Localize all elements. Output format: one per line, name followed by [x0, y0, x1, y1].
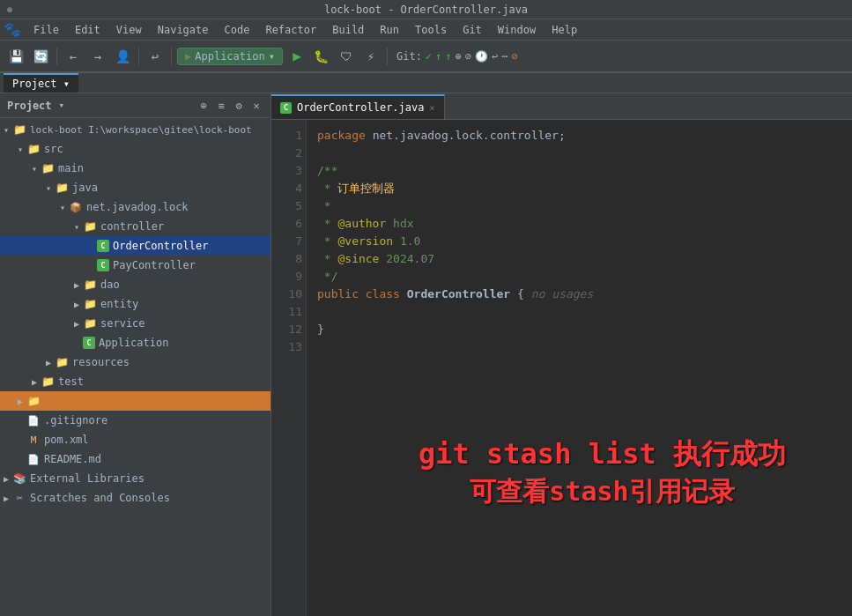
editor-tab-0[interactable]: COrderController.java× — [271, 94, 445, 119]
toolbar: 💾 🔄 ← → 👤 ↩ ▶ Application ▾ ▶ 🐛 🛡 ⚡ Git:… — [0, 41, 852, 72]
menu-item-code[interactable]: Code — [218, 22, 257, 38]
tree-item-5[interactable]: ▾📁controller — [0, 217, 270, 236]
tree-item-0[interactable]: ▾📁lock-boot I:\workspace\gitee\lock-boot — [0, 120, 270, 139]
user-btn[interactable]: 👤 — [112, 46, 133, 67]
tab-icon-0: C — [280, 102, 292, 114]
project-settings-icon[interactable]: ⚙ — [232, 99, 246, 113]
tree-item-13[interactable]: ▶📁test — [0, 372, 270, 391]
tree-item-7[interactable]: CPayController — [0, 256, 270, 275]
git-undo: ↩ — [492, 50, 498, 63]
git-check-icon: ✓ — [426, 50, 432, 63]
tree-label-9: entity — [100, 298, 138, 310]
project-scope-icon[interactable]: ⊕ — [196, 99, 211, 113]
tree-arrow-14: ▶ — [14, 397, 26, 406]
sep3 — [171, 48, 172, 65]
coverage-btn[interactable]: 🛡 — [336, 46, 357, 67]
menu-item-git[interactable]: Git — [456, 22, 489, 38]
git-label: Git: — [396, 50, 422, 63]
tab-close-0[interactable]: × — [430, 103, 435, 113]
menu-item-window[interactable]: Window — [491, 22, 543, 38]
tree-arrow-10: ▶ — [70, 319, 83, 329]
tree-arrow-2: ▾ — [28, 164, 41, 174]
tree-item-8[interactable]: ▶📁dao — [0, 275, 270, 294]
line-num-4: 4 — [275, 180, 302, 197]
git-push-icon: ↑ — [435, 50, 441, 63]
menu-item-refactor[interactable]: Refactor — [258, 22, 323, 38]
fwd-btn[interactable]: → — [87, 46, 108, 67]
project-header-icons: ⊕ ≡ ⚙ ✕ — [196, 99, 263, 113]
tree-label-15: .gitignore — [44, 414, 107, 427]
undo-btn[interactable]: ↩ — [144, 46, 166, 67]
run-button[interactable]: ▶ — [286, 46, 307, 67]
tree-label-6: OrderController — [113, 240, 208, 252]
sep2 — [138, 48, 139, 65]
code-line-2 — [317, 145, 841, 162]
code-line-13 — [317, 338, 841, 356]
menu-item-tools[interactable]: Tools — [408, 22, 454, 38]
tree-item-2[interactable]: ▾📁main — [0, 159, 270, 178]
editor-tabs: COrderController.java× — [271, 93, 852, 120]
run-config-dropdown[interactable]: ▶ Application ▾ — [177, 48, 283, 65]
debug-btn[interactable]: 🐛 — [311, 46, 332, 67]
save-btn[interactable]: 💾 — [5, 46, 26, 67]
tree-item-11[interactable]: CApplication — [0, 333, 270, 353]
project-collapse-icon[interactable]: ≡ — [214, 99, 228, 113]
menu-item-edit[interactable]: Edit — [68, 22, 107, 38]
tree-item-18[interactable]: ▶📚External Libraries — [0, 469, 270, 488]
tree-item-9[interactable]: ▶📁entity — [0, 294, 270, 314]
tree-item-16[interactable]: Mpom.xml — [0, 430, 270, 449]
tab-project[interactable]: Project ▾ — [4, 73, 78, 93]
project-dropdown-arrow[interactable]: ▾ — [59, 100, 65, 111]
line-num-5: 5 — [275, 197, 302, 215]
code-line-3: /** — [317, 162, 841, 180]
tree-icon-18: 📚 — [12, 471, 26, 486]
code-line-9: */ — [317, 268, 841, 286]
tree-label-19: Scratches and Consoles — [30, 492, 170, 504]
menu-item-navigate[interactable]: Navigate — [151, 22, 216, 38]
run-config-label: Application — [195, 50, 264, 63]
tree-item-15[interactable]: 📄.gitignore — [0, 411, 270, 430]
sync-btn[interactable]: 🔄 — [30, 46, 51, 67]
tree-icon-15: 📄 — [26, 413, 41, 427]
run-config-arrow: ▾ — [269, 50, 275, 63]
project-panel-header: Project ▾ ⊕ ≡ ⚙ ✕ — [0, 93, 270, 118]
menu-bar: 🐾 FileEditViewNavigateCodeRefactorBuildR… — [0, 19, 852, 41]
menu-item-file[interactable]: File — [26, 22, 66, 38]
line-num-13: 13 — [275, 338, 302, 356]
menu-item-run[interactable]: Run — [373, 22, 406, 38]
tree-item-6[interactable]: COrderController — [0, 236, 270, 256]
tree-item-12[interactable]: ▶📁resources — [0, 353, 270, 372]
tree-icon-2: 📁 — [41, 161, 55, 175]
code-line-10: public class OrderController {no usages — [317, 286, 841, 303]
tree-icon-7: C — [97, 259, 109, 271]
tree-label-7: PayController — [113, 259, 196, 271]
menu-item-help[interactable]: Help — [545, 22, 584, 38]
line-numbers: 12345678910111213 — [271, 120, 307, 616]
tree-arrow-12: ▶ — [42, 358, 55, 367]
tree-label-17: README.md — [44, 453, 101, 465]
tree-icon-14: 📁 — [26, 394, 41, 408]
project-close-icon[interactable]: ✕ — [249, 99, 263, 113]
profile-btn[interactable]: ⚡ — [360, 46, 382, 67]
tree-label-2: main — [58, 162, 84, 174]
code-line-12: } — [317, 321, 841, 338]
tree-item-17[interactable]: 📄README.md — [0, 449, 270, 469]
window-title: lock-boot - OrderController.java — [324, 4, 528, 16]
tree-item-4[interactable]: ▾📦net.javadog.lock — [0, 197, 270, 217]
tree-item-1[interactable]: ▾📁src — [0, 139, 270, 159]
sep4 — [387, 48, 388, 65]
tree-item-14[interactable]: ▶📁target — [0, 391, 270, 411]
back-btn[interactable]: ← — [63, 46, 84, 67]
tree-item-3[interactable]: ▾📁java — [0, 178, 270, 197]
project-panel: Project ▾ ⊕ ≡ ⚙ ✕ ▾📁lock-boot I:\workspa… — [0, 93, 271, 616]
menu-item-view[interactable]: View — [109, 22, 149, 38]
code-content[interactable]: package net.javadog.lock.controller; /**… — [307, 120, 852, 616]
code-line-7: * @version 1.0 — [317, 233, 841, 250]
tree-item-19[interactable]: ▶✂Scratches and Consoles — [0, 488, 270, 508]
tree-label-12: resources — [72, 356, 130, 368]
code-line-4: * 订单控制器 — [317, 180, 841, 197]
tree-icon-11: C — [83, 337, 95, 349]
menu-item-build[interactable]: Build — [325, 22, 371, 38]
tree-item-10[interactable]: ▶📁service — [0, 314, 270, 333]
tree-arrow-3: ▾ — [42, 183, 55, 193]
